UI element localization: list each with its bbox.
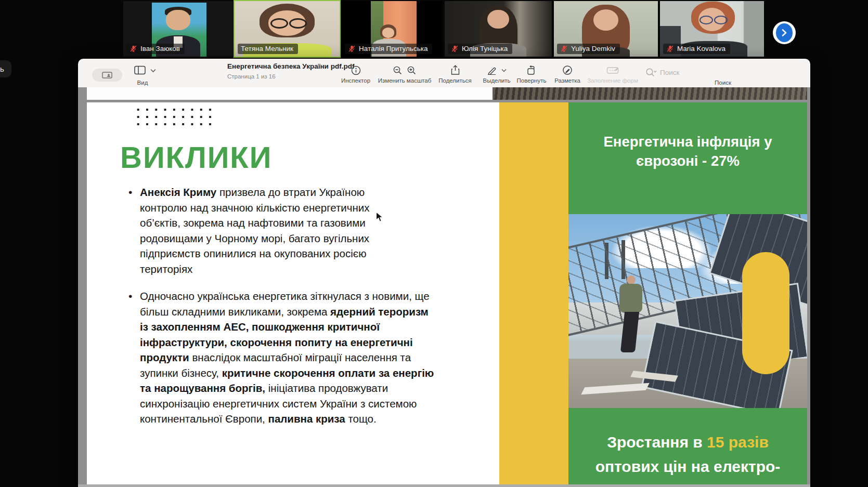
growth-text: Зростання в 15 разів оптових цін на елек… (568, 430, 807, 484)
share-button[interactable]: Поделиться (437, 64, 473, 84)
participant-tile[interactable]: Наталія Притульська (342, 1, 443, 57)
person-head (627, 275, 636, 284)
chevron-down-icon (150, 69, 156, 73)
avatar-shape (166, 10, 190, 30)
share-icon (437, 64, 473, 76)
view-button-label: Вид (128, 80, 157, 86)
participant-tile[interactable]: Іван Заюков (123, 1, 233, 57)
rotate-button[interactable]: Повернуть (513, 64, 550, 84)
inflation-text: Енергетична інфляція у єврозоні - 27% (568, 132, 807, 170)
growth-panel: Зростання в 15 разів оптових цін на елек… (568, 408, 807, 484)
inflation-panel: Енергетична інфляція у єврозоні - 27% (568, 102, 807, 214)
slide-page: ВИКЛИКИ Анексія Криму призвела до втрати… (87, 102, 807, 484)
avatar-shape (593, 9, 618, 31)
mouse-cursor (375, 212, 384, 225)
slide-bullets: Анексія Криму призвела до втрати Україно… (127, 185, 486, 439)
participant-name-label: Наталія Притульська (345, 44, 432, 54)
recording-indicator-fragment: ись (0, 60, 11, 77)
avatar-shape (699, 16, 713, 24)
zoom-in-icon (407, 65, 417, 75)
page-status: Страница 1 из 16 (227, 73, 276, 80)
screen: Іван Заюков Тетяна Мельник (0, 0, 868, 487)
zoom-out-icon (393, 65, 403, 75)
window-bottom-edge (78, 484, 810, 487)
avatar-shape (270, 18, 288, 29)
dot-grid-decoration (134, 106, 217, 128)
right-panel: Енергетична інфляція у єврозоні - 27% (568, 102, 807, 484)
person-torso (619, 284, 642, 313)
participant-name-label: Тетяна Мельник (238, 44, 298, 54)
rotate-icon (513, 64, 550, 76)
form-icon (586, 64, 640, 76)
slide-bullet: Одночасно українська енергетика зіткнула… (127, 288, 486, 427)
growth-highlight: 15 разів (707, 433, 769, 451)
participant-tile[interactable]: Maria Kovalova (660, 1, 764, 57)
yellow-stripe (499, 102, 568, 484)
pen-icon (487, 65, 497, 75)
page-margin-strip (87, 87, 493, 100)
search-placeholder: Поиск (660, 69, 679, 76)
mic-muted-icon (451, 45, 459, 52)
participant-name-label: Maria Kovalova (663, 44, 730, 54)
slide-bullet: Анексія Криму призвела до втрати Україно… (127, 185, 486, 277)
pdf-toolbar: Вид Енергетична безпека України pdf.pdf … (78, 59, 810, 88)
mic-muted-icon (666, 45, 674, 52)
markup-icon (552, 64, 583, 76)
view-button[interactable] (134, 65, 159, 78)
pdf-content-area[interactable]: ВИКЛИКИ Анексія Криму призвела до втрати… (78, 87, 810, 484)
mic-muted-icon (560, 45, 568, 52)
fill-forms-button[interactable]: Заполнение форм (586, 64, 640, 84)
chevron-down-icon (501, 69, 507, 72)
screen-sharing-pill-button[interactable] (92, 69, 122, 82)
participant-tile[interactable]: Тетяна Мельник (235, 1, 340, 57)
avatar-shape (714, 16, 728, 24)
markup-button[interactable]: Разметка (552, 64, 583, 84)
search-icon (645, 68, 657, 77)
search-field[interactable]: Поиск (642, 67, 682, 77)
participant-tile[interactable]: Юлія Туніцька (445, 1, 552, 57)
participant-tile[interactable]: Yuliya Demkiv (554, 1, 658, 57)
participant-name-label: Юлія Туніцька (448, 44, 512, 54)
participant-name-label: Yuliya Demkiv (557, 44, 620, 54)
mic-muted-icon (129, 45, 137, 52)
highlight-button[interactable]: Выделить (476, 64, 517, 84)
next-participants-button[interactable] (773, 21, 796, 44)
cropped-photo-strip (493, 87, 807, 100)
yellow-pill-decoration (742, 252, 789, 374)
chevron-right-icon (776, 23, 793, 42)
slide-title: ВИКЛИКИ (120, 140, 272, 175)
avatar-shape (382, 28, 394, 37)
mic-muted-icon (348, 45, 356, 52)
sidebar-icon (134, 65, 146, 75)
pdf-viewer-window: Вид Енергетична безпека України pdf.pdf … (78, 59, 810, 487)
display-person-icon (101, 71, 113, 80)
avatar-shape (487, 10, 509, 29)
participants-strip: Іван Заюков Тетяна Мельник (0, 0, 868, 59)
participant-name-label: Іван Заюков (126, 44, 185, 54)
search-button-label: Поиск (705, 80, 741, 86)
